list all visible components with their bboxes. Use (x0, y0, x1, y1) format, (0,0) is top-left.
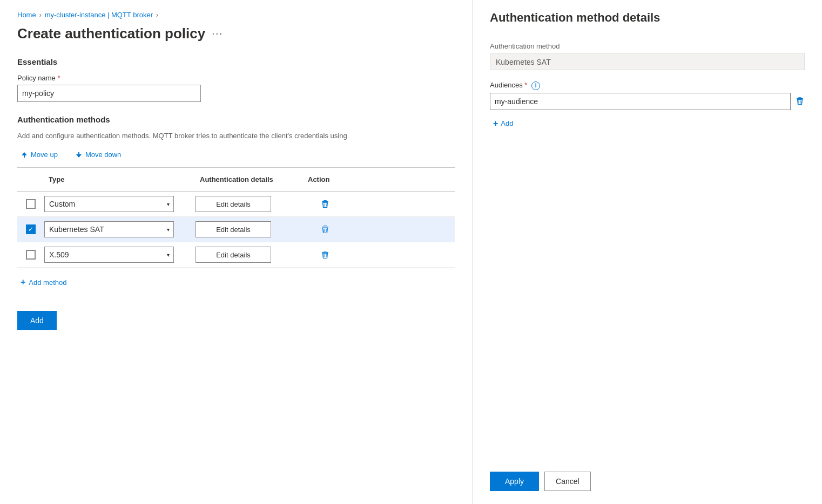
add-audience-button[interactable]: + Add (490, 117, 516, 131)
audiences-label: Audiences * i (490, 81, 805, 90)
plus-icon: + (21, 277, 25, 287)
add-method-button[interactable]: + Add method (17, 275, 70, 289)
row2-delete-icon[interactable] (304, 224, 347, 234)
checkmark-icon: ✓ (28, 226, 33, 233)
row2-type-select[interactable]: Custom Kubernetes SAT X.509 (44, 221, 174, 237)
move-up-label: Move up (31, 151, 58, 159)
col-type: Type (44, 172, 196, 187)
col-checkbox (17, 172, 44, 187)
add-audience-label: Add (501, 119, 513, 127)
essentials-section: Essentials Policy name * (17, 57, 455, 102)
auth-methods-title: Authentication methods (17, 115, 455, 124)
auth-methods-desc: Add and configure authentication methods… (17, 132, 455, 140)
row2-type-wrapper: Custom Kubernetes SAT X.509 ▾ (44, 221, 174, 237)
row2-checkbox[interactable]: ✓ (26, 224, 36, 234)
trash-icon (795, 96, 805, 106)
table-row: Custom Kubernetes SAT X.509 ▾ Edit detai… (17, 242, 455, 268)
apply-button[interactable]: Apply (490, 472, 539, 491)
bottom-actions: Add (17, 311, 455, 330)
auth-method-value: Kubernetes SAT (490, 53, 805, 70)
arrow-up-icon (21, 151, 28, 159)
page-menu-icon[interactable]: ··· (212, 28, 223, 39)
audience-delete-icon[interactable] (795, 96, 805, 106)
left-panel: Home › my-cluster-instance | MQTT broker… (0, 0, 473, 504)
svg-rect-11 (797, 98, 803, 99)
row3-checkbox[interactable] (26, 250, 36, 260)
breadcrumb-home[interactable]: Home (17, 11, 36, 19)
info-icon[interactable]: i (531, 81, 540, 90)
row3-delete-icon[interactable] (304, 250, 347, 260)
arrow-down-icon (75, 151, 83, 159)
essentials-title: Essentials (17, 57, 455, 66)
trash-icon (320, 250, 330, 260)
checkbox-cell-2: ✓ (17, 224, 44, 234)
move-controls: Move up Move down (17, 148, 455, 161)
table-header: Type Authentication details Action (17, 172, 455, 192)
required-star: * (57, 74, 60, 82)
checkbox-cell-3 (17, 250, 44, 260)
right-panel: Authentication method details Authentica… (473, 0, 822, 504)
row1-edit-cell: Edit details (196, 196, 304, 212)
row1-type-wrapper: Custom Kubernetes SAT X.509 ▾ (44, 196, 174, 212)
row3-type-select[interactable]: Custom Kubernetes SAT X.509 (44, 247, 174, 263)
page-title-row: Create authentication policy ··· (17, 25, 455, 42)
move-down-button[interactable]: Move down (72, 148, 124, 161)
auth-method-label: Authentication method (490, 42, 805, 50)
row2-edit-button[interactable]: Edit details (196, 221, 271, 237)
trash-icon (320, 224, 330, 234)
row1-checkbox[interactable] (26, 199, 36, 209)
row1-edit-button[interactable]: Edit details (196, 196, 271, 212)
add-button[interactable]: Add (17, 311, 57, 330)
svg-rect-5 (322, 227, 328, 228)
policy-name-label: Policy name * (17, 74, 455, 82)
table-row: Custom Kubernetes SAT X.509 ▾ Edit detai… (17, 192, 455, 217)
policy-name-input[interactable] (17, 85, 201, 102)
svg-rect-0 (24, 155, 25, 158)
page-title: Create authentication policy (17, 25, 205, 42)
audiences-required: * (524, 81, 527, 89)
plus-icon: + (493, 119, 498, 128)
panel-footer: Apply Cancel (490, 472, 591, 491)
table-row: ✓ Custom Kubernetes SAT X.509 ▾ Edit det… (17, 217, 455, 242)
audience-input[interactable] (490, 93, 791, 110)
row3-type-wrapper: Custom Kubernetes SAT X.509 ▾ (44, 247, 174, 263)
breadcrumb-sep-1: › (39, 11, 42, 19)
checkbox-cell-1 (17, 199, 44, 209)
row1-delete-icon[interactable] (304, 199, 347, 209)
breadcrumb-sep-2: › (156, 11, 158, 19)
col-action: Action (304, 172, 347, 187)
row2-edit-cell: Edit details (196, 221, 304, 237)
row3-edit-cell: Edit details (196, 247, 304, 263)
svg-rect-2 (322, 201, 328, 202)
trash-icon (320, 199, 330, 209)
row3-edit-button[interactable]: Edit details (196, 247, 271, 263)
move-down-label: Move down (85, 151, 121, 159)
row1-type-select[interactable]: Custom Kubernetes SAT X.509 (44, 196, 174, 212)
move-up-button[interactable]: Move up (17, 148, 61, 161)
svg-rect-1 (78, 152, 79, 154)
col-auth-details: Authentication details (196, 172, 304, 187)
add-method-label: Add method (29, 278, 66, 287)
breadcrumb: Home › my-cluster-instance | MQTT broker… (17, 11, 455, 19)
breadcrumb-cluster[interactable]: my-cluster-instance | MQTT broker (45, 11, 153, 19)
svg-rect-8 (322, 252, 328, 253)
table-divider-top (17, 167, 455, 168)
audiences-row (490, 93, 805, 110)
panel-title: Authentication method details (490, 11, 805, 25)
auth-methods-section: Authentication methods Add and configure… (17, 115, 455, 289)
cancel-button[interactable]: Cancel (544, 472, 591, 491)
